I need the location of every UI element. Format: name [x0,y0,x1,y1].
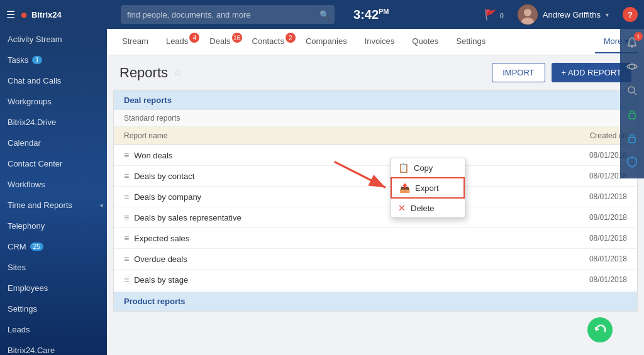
leads-badge: 4 [189,33,199,43]
sidebar-item-crm[interactable]: CRM 25 [0,236,107,257]
tab-deals[interactable]: Deals 16 [201,30,243,53]
sidebar-item-care[interactable]: Bitrix24.Care [0,340,107,355]
sidebar-item-drive[interactable]: Bitrix24.Drive [0,112,107,133]
sidebar-item-sites[interactable]: Sites [0,257,107,278]
header-actions: IMPORT + ADD REPORT [492,63,631,82]
topbar: ☰ ● Bitrix24 🔍 3:42PM 🚩 0 Andrew Griffit… [0,0,644,29]
tab-contacts[interactable]: Contacts 2 [243,30,297,53]
right-icon-bar: 1 [620,29,644,178]
report-name[interactable]: Deals by sales representative [134,213,552,222]
col-report-name: Report name [124,131,552,140]
search-right-icon[interactable] [623,82,641,102]
report-name[interactable]: Deals by contact [134,172,552,181]
sidebar-item-telephony[interactable]: Telephony [0,216,107,236]
report-name[interactable]: Expected sales [134,234,552,243]
sidebar-item-time-reports[interactable]: Time and Reports ◂ [0,195,107,216]
sidebar-label-tasks: Tasks [8,55,28,65]
svg-rect-10 [629,138,635,143]
avatar [518,4,538,25]
sidebar-item-chat[interactable]: Chat and Calls [0,70,107,91]
report-date: 08/01/2018 [552,213,627,222]
import-button[interactable]: IMPORT [492,63,545,82]
sidebar-label-chat: Chat and Calls [8,76,61,85]
tab-settings[interactable]: Settings [447,30,494,53]
notification-bell-icon[interactable]: 1 [623,34,641,54]
report-name[interactable]: Won deals [134,151,552,160]
sidebar-label-crm: CRM [8,242,26,251]
row-menu-icon[interactable]: ≡ [124,171,129,181]
sidebar-item-calendar[interactable]: Calendar [0,133,107,153]
context-copy[interactable]: 📋 Copy [391,158,465,177]
sidebar-item-settings[interactable]: Settings [0,298,107,319]
green-action-button[interactable] [587,317,613,342]
row-menu-icon[interactable]: ≡ [124,150,129,160]
table-row: ≡ Deals by sales representative 08/01/20… [114,207,637,228]
sidebar-label-drive: Bitrix24.Drive [8,117,56,127]
sidebar-content: Activity Stream Tasks 1 Chat and Calls W… [0,29,107,355]
table-row: ≡ Expected sales 08/01/2018 [114,228,637,249]
sidebar-label-time-reports: Time and Reports [8,200,72,210]
sidebar-label-telephony: Telephony [8,221,45,231]
export-label: Export [415,183,439,193]
page-header: Reports ☆ IMPORT + ADD REPORT [107,55,644,90]
main-layout: Activity Stream Tasks 1 Chat and Calls W… [0,29,644,355]
sidebar-item-tasks[interactable]: Tasks 1 [0,50,107,70]
report-name[interactable]: Deals by company [134,192,552,202]
table-row: ≡ Deals by stage 08/01/2018 [114,270,637,290]
row-menu-icon[interactable]: ≡ [124,212,129,222]
tab-stream[interactable]: Stream [113,30,157,53]
topbar-time: 3:42PM [353,8,389,22]
report-date: 08/01/2018 [552,192,627,201]
sidebar-item-workflows[interactable]: Workflows [0,174,107,195]
sidebar-label-employees: Employees [8,283,48,293]
logo: ● Bitrix24 [20,8,121,22]
sidebar-item-employees[interactable]: Employees [0,278,107,298]
search-icon[interactable]: 🔍 [319,10,330,19]
sidebar-label-workgroups: Workgroups [8,97,52,106]
context-delete[interactable]: ✕ Delete [391,199,465,217]
sidebar-label-settings: Settings [8,304,37,314]
help-button[interactable]: ? [623,7,638,22]
flag-icon[interactable]: 🚩 0 [484,9,504,21]
svg-rect-9 [629,114,635,119]
report-name[interactable]: Overdue deals [134,254,552,264]
crm-badge: 25 [30,243,43,251]
table-header: Report name Created on [114,127,637,145]
report-name[interactable]: Deals by stage [134,275,552,285]
sidebar-label-care: Bitrix24.Care [8,346,55,355]
copy-icon: 📋 [398,163,409,173]
sidebar-label-activity-stream: Activity Stream [8,35,62,44]
reports-container: Deal reports Standard reports Report nam… [113,90,638,312]
row-menu-icon[interactable]: ≡ [124,192,129,202]
sidebar-item-workgroups[interactable]: Workgroups [0,91,107,112]
sidebar-item-activity-stream[interactable]: Activity Stream [0,29,107,50]
search-input[interactable] [121,5,335,24]
report-date: 08/01/2018 [552,151,627,160]
favorite-icon[interactable]: ☆ [173,67,182,79]
eye-icon[interactable] [623,58,641,78]
sidebar-label-sites: Sites [8,263,26,272]
table-row: ≡ Overdue deals 08/01/2018 [114,249,637,270]
user-profile[interactable]: Andrew Griffiths ▾ [518,4,609,25]
tab-leads[interactable]: Leads 4 [157,30,201,53]
row-menu-icon[interactable]: ≡ [124,233,129,243]
hamburger-icon[interactable]: ☰ [6,9,15,21]
shield-icon[interactable] [623,153,641,173]
delete-label: Delete [411,204,435,213]
sidebar-item-contact-center[interactable]: Contact Center [0,153,107,174]
row-menu-icon[interactable]: ≡ [124,275,129,285]
tab-quotes[interactable]: Quotes [403,30,447,53]
lock-blue-icon[interactable] [623,129,641,150]
page-title-wrap: Reports ☆ [119,65,182,81]
svg-point-7 [628,87,635,93]
contacts-badge: 2 [286,33,296,43]
add-report-button[interactable]: + ADD REPORT [552,63,631,82]
report-date: 08/01/2018 [552,172,627,180]
lock-green-icon[interactable] [623,106,641,126]
context-export[interactable]: 📤 Export [391,177,465,199]
sidebar-item-leads[interactable]: Leads [0,319,107,340]
nav-tabs: Stream Leads 4 Deals 16 Contacts 2 Compa… [107,29,644,55]
tab-companies[interactable]: Companies [297,30,356,53]
tab-invoices[interactable]: Invoices [356,30,404,53]
row-menu-icon[interactable]: ≡ [124,254,129,264]
